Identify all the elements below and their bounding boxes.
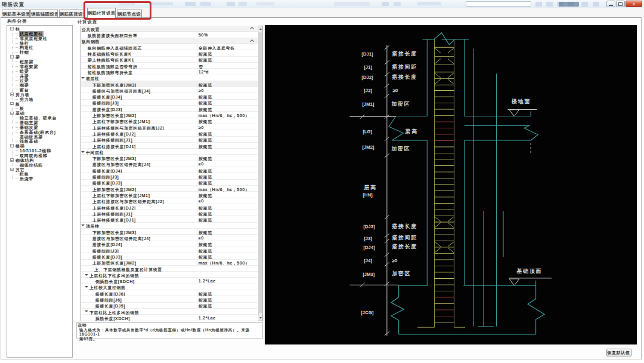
svg-text:搭接长度: 搭接长度	[391, 74, 417, 80]
svg-text:≥0: ≥0	[392, 257, 397, 263]
svg-text:[DJ1]: [DJ1]	[361, 51, 373, 57]
svg-text:梁高: 梁高	[405, 128, 417, 134]
svg-text:[JM1]: [JM1]	[362, 101, 374, 106]
svg-text:[J2]: [J2]	[364, 88, 372, 93]
svg-text:[JCG]: [JCG]	[361, 309, 373, 315]
svg-text:基础顶面: 基础顶面	[516, 268, 541, 274]
svg-text:加密区: 加密区	[391, 100, 410, 106]
svg-text:[HN]: [HN]	[363, 192, 373, 198]
svg-text:[J1]: [J1]	[364, 64, 372, 70]
svg-text:[J3]: [J3]	[364, 235, 372, 241]
svg-text:[J4]: [J4]	[364, 257, 372, 263]
svg-text:搭接间距: 搭接间距	[391, 234, 417, 240]
svg-text:加密区: 加密区	[391, 145, 410, 151]
svg-text:≥0: ≥0	[392, 88, 398, 93]
svg-text:加密区: 加密区	[392, 270, 411, 276]
svg-text:[JM2]: [JM2]	[362, 144, 374, 150]
svg-text:搭接长度: 搭接长度	[391, 243, 417, 249]
svg-text:楼地面: 楼地面	[511, 99, 531, 104]
svg-text:层高: 层高	[364, 184, 376, 190]
svg-text:搭接长度: 搭接长度	[391, 223, 417, 229]
svg-text:[JM3]: [JM3]	[363, 272, 374, 277]
svg-text:搭接间距: 搭接间距	[391, 64, 417, 70]
svg-text:搭接长度: 搭接长度	[391, 51, 417, 57]
svg-text:[LG]: [LG]	[363, 129, 372, 134]
svg-text:[DJ2]: [DJ2]	[361, 74, 373, 79]
svg-text:[DJ4]: [DJ4]	[363, 244, 375, 250]
svg-text:[DJ3]: [DJ3]	[363, 224, 375, 229]
